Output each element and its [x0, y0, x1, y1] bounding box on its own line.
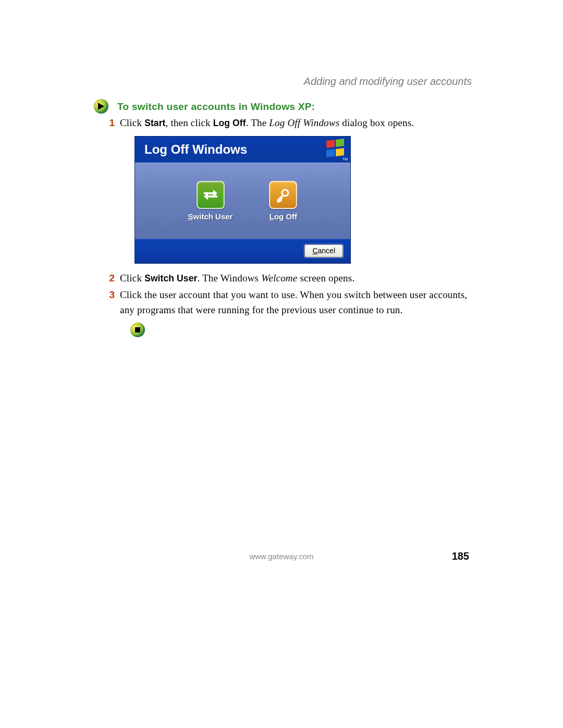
text-frag: dialog box opens. [339, 117, 414, 128]
dialog-title-text: Log Off Windows [144, 142, 247, 157]
stop-icon [135, 327, 140, 332]
svg-marker-0 [98, 103, 104, 110]
switch-user-button[interactable]: Switch User [188, 181, 233, 221]
text-frag: , then click [166, 117, 213, 128]
text-frag: . The [246, 117, 270, 128]
switch-user-label: Switch User [188, 212, 233, 221]
step-number: 3 [104, 288, 115, 317]
step-number: 2 [104, 271, 115, 286]
document-page: Adding and modifying user accounts To sw… [0, 0, 563, 728]
step-2: 2 Click Switch User. The Windows Welcome… [104, 271, 469, 286]
step-text: Click Switch User. The Windows Welcome s… [120, 271, 469, 286]
step-text: Click Start, then click Log Off. The Log… [120, 116, 469, 131]
log-off-windows-dialog: Log Off Windows TM [134, 136, 351, 264]
section-heading: To switch user accounts in Windows XP: [117, 101, 315, 113]
steps-list: 1 Click Start, then click Log Off. The L… [104, 116, 469, 337]
bold-switch-user: Switch User [144, 273, 197, 283]
dialog-body: Switch User Log Off [135, 163, 350, 239]
underline-char: L [270, 212, 274, 221]
underline-char: C [312, 246, 317, 255]
step-text: Click the user account that you want to … [120, 288, 469, 317]
underline-char: S [188, 212, 193, 221]
key-icon [269, 181, 297, 209]
text-frag: Click [120, 117, 144, 128]
play-icon [98, 103, 104, 110]
page-header-title: Adding and modifying user accounts [304, 76, 472, 88]
step-1: 1 Click Start, then click Log Off. The L… [104, 116, 469, 131]
stop-icon-bullet [130, 323, 145, 337]
step-3: 3 Click the user account that you want t… [104, 288, 469, 317]
step-number: 1 [104, 116, 115, 131]
text-frag: . The Windows [197, 273, 261, 283]
bold-start: Start [144, 118, 165, 128]
italic-welcome: Welcome [261, 273, 297, 283]
text-frag: Click [120, 273, 144, 283]
cancel-button[interactable]: Cancel [304, 244, 343, 257]
dialog-screenshot: Log Off Windows TM [134, 136, 469, 264]
page-footer: www.gateway.com [0, 552, 563, 561]
log-off-label: Log Off [270, 212, 297, 221]
dialog-titlebar: Log Off Windows TM [135, 137, 350, 163]
trademark-text: TM [342, 157, 348, 161]
dialog-footer: Cancel [135, 239, 350, 263]
switch-user-icon [197, 181, 225, 209]
log-off-button[interactable]: Log Off [269, 181, 297, 221]
page-number: 185 [452, 550, 469, 562]
bold-logoff: Log Off [213, 118, 246, 128]
italic-dialog-name: Log Off Windows [269, 117, 339, 128]
windows-xp-logo-icon: TM [325, 139, 347, 160]
text-frag: screen opens. [297, 273, 354, 283]
label-rest: og Off [274, 212, 297, 221]
footer-url: www.gateway.com [249, 552, 313, 561]
play-icon-bullet [94, 99, 108, 114]
label-rest: witch User [193, 212, 233, 221]
label-rest: ancel [318, 246, 335, 255]
svg-rect-2 [135, 327, 140, 332]
